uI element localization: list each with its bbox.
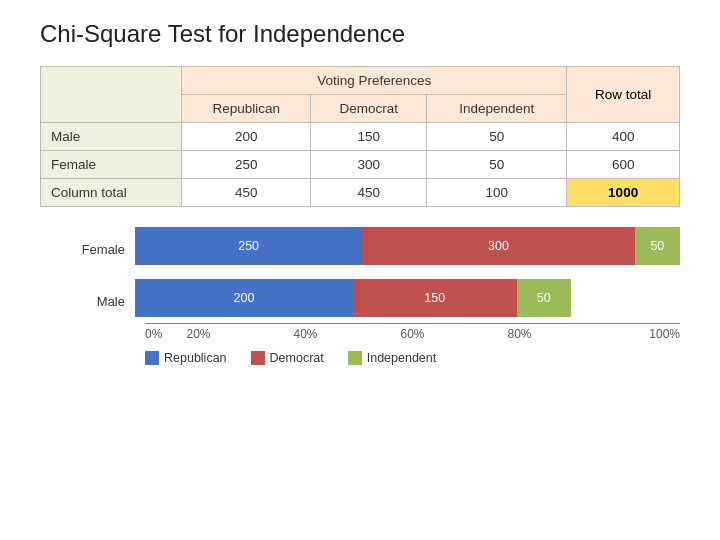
x-axis: 0% 20% 40% 60% 80% 100%	[145, 327, 680, 341]
male-republican: 200	[182, 123, 311, 151]
female-bar-democrat: 300	[362, 227, 635, 265]
female-independent: 50	[427, 151, 567, 179]
legend-item-democrat: Democrat	[251, 351, 324, 365]
x-tick-4: 80%	[466, 327, 573, 341]
legend-label-republican: Republican	[164, 351, 227, 365]
voting-preferences-header: Voting Preferences	[182, 67, 567, 95]
legend-box-republican	[145, 351, 159, 365]
page: Chi-Square Test for Independence Voting …	[0, 0, 720, 540]
chart-row-female: Female 250 300 50	[70, 227, 680, 271]
legend-item-independent: Independent	[348, 351, 437, 365]
col-democrat-header: Democrat	[311, 95, 427, 123]
male-bar-republican: 200	[135, 279, 353, 317]
legend-box-independent	[348, 351, 362, 365]
chart-area: Female 250 300 50 Male 200 150 50	[40, 227, 680, 365]
x-tick-5: 100%	[573, 327, 680, 341]
female-row-total: 600	[567, 151, 680, 179]
table-row: Column total 450 450 100 1000	[41, 179, 680, 207]
chart-rows: Female 250 300 50 Male 200 150 50	[70, 227, 680, 323]
table-row: Female 250 300 50 600	[41, 151, 680, 179]
grand-total: 1000	[567, 179, 680, 207]
x-tick-1: 20%	[145, 327, 252, 341]
coltotal-independent: 100	[427, 179, 567, 207]
legend-box-democrat	[251, 351, 265, 365]
female-republican: 250	[182, 151, 311, 179]
row-total-header: Row total	[567, 67, 680, 123]
row-label-male: Male	[41, 123, 182, 151]
col-independent-header: Independent	[427, 95, 567, 123]
chart-label-female: Female	[70, 242, 135, 257]
female-bar-republican: 250	[135, 227, 362, 265]
chart-legend: Republican Democrat Independent	[145, 351, 680, 365]
bar-track-female: 250 300 50	[135, 227, 680, 265]
table-container: Voting Preferences Row total Republican …	[40, 66, 680, 207]
bar-track-male: 200 150 50	[135, 279, 680, 317]
col-republican-header: Republican	[182, 95, 311, 123]
page-title: Chi-Square Test for Independence	[40, 20, 680, 48]
coltotal-democrat: 450	[311, 179, 427, 207]
chart-row-male: Male 200 150 50	[70, 279, 680, 323]
chi-square-table: Voting Preferences Row total Republican …	[40, 66, 680, 207]
x-tick-3: 60%	[359, 327, 466, 341]
x-tick-2: 40%	[252, 327, 359, 341]
female-democrat: 300	[311, 151, 427, 179]
male-democrat: 150	[311, 123, 427, 151]
legend-label-independent: Independent	[367, 351, 437, 365]
row-label-col-total: Column total	[41, 179, 182, 207]
male-row-total: 400	[567, 123, 680, 151]
legend-item-republican: Republican	[145, 351, 227, 365]
empty-header	[41, 67, 182, 123]
table-row: Male 200 150 50 400	[41, 123, 680, 151]
male-bar-independent: 50	[517, 279, 572, 317]
female-bar-independent: 50	[635, 227, 680, 265]
chart-label-male: Male	[70, 294, 135, 309]
coltotal-republican: 450	[182, 179, 311, 207]
male-independent: 50	[427, 123, 567, 151]
legend-label-democrat: Democrat	[270, 351, 324, 365]
male-bar-democrat: 150	[353, 279, 517, 317]
row-label-female: Female	[41, 151, 182, 179]
